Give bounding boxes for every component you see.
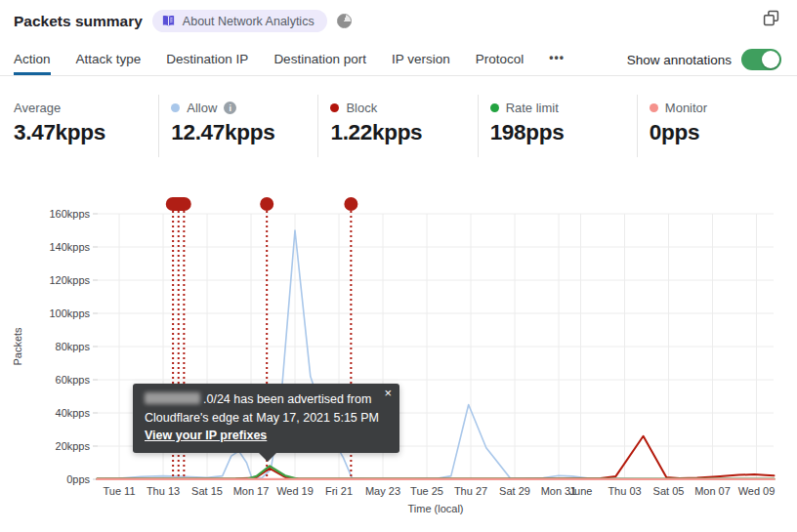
show-annotations-toggle[interactable] — [741, 49, 781, 70]
redacted-ip-prefix — [145, 392, 200, 404]
stat-label: Monitor — [665, 101, 707, 115]
pie-icon[interactable] — [337, 14, 352, 28]
svg-text:Sat 29: Sat 29 — [499, 485, 530, 497]
stat-value: 0pps — [650, 120, 797, 145]
tooltip-line-3: View your IP prefixes — [145, 427, 388, 445]
svg-text:Thu 13: Thu 13 — [147, 485, 180, 497]
chart-area: 0pps20kpps40kpps60kpps80kpps100kpps120kp… — [0, 190, 797, 532]
show-annotations-control: Show annotations — [627, 49, 781, 75]
toggle-knob — [762, 51, 779, 68]
stat-label: Block — [346, 101, 377, 115]
stat-value: 198pps — [490, 120, 637, 145]
svg-text:May 23: May 23 — [365, 485, 400, 497]
svg-text:Wed 19: Wed 19 — [276, 485, 314, 497]
tab-ip-version[interactable]: IP version — [392, 52, 450, 75]
tab-protocol[interactable]: Protocol — [476, 52, 524, 75]
stat-value: 12.47kpps — [171, 120, 317, 145]
book-icon — [161, 14, 176, 28]
stat-rate-limit: Rate limit198pps — [479, 95, 638, 157]
view-ip-prefixes-link[interactable]: View your IP prefixes — [145, 429, 267, 442]
packets-chart: 0pps20kpps40kpps60kpps80kpps100kpps120kp… — [0, 190, 797, 532]
svg-text:Wed 09: Wed 09 — [738, 485, 776, 497]
info-icon[interactable]: i — [224, 102, 236, 114]
tab-action[interactable]: Action — [14, 52, 51, 75]
svg-text:Time (local): Time (local) — [407, 503, 463, 514]
about-network-analytics-badge[interactable]: About Network Analytics — [152, 10, 327, 32]
about-badge-label: About Network Analytics — [183, 15, 315, 28]
stat-label: Rate limit — [506, 101, 559, 115]
tabs-more-icon[interactable]: ••• — [549, 51, 565, 75]
stat-monitor: Monitor0pps — [638, 95, 797, 157]
legend-dot — [171, 103, 180, 112]
stat-block: Block1.22kpps — [318, 95, 478, 157]
svg-text:Mon 07: Mon 07 — [694, 485, 731, 497]
copy-icon[interactable] — [763, 10, 779, 26]
tab-bar: ActionAttack typeDestination IPDestinati… — [0, 46, 797, 76]
annotation-marker[interactable] — [260, 197, 273, 211]
stats-row: Average3.47kppsAllowi12.47kppsBlock1.22k… — [0, 95, 797, 157]
annotation-marker[interactable] — [344, 197, 357, 211]
svg-text:Tue 11: Tue 11 — [103, 485, 135, 497]
tab-destination-ip[interactable]: Destination IP — [166, 52, 248, 75]
svg-text:0pps: 0pps — [66, 473, 90, 485]
svg-text:80kpps: 80kpps — [56, 341, 91, 352]
tab-attack-type[interactable]: Attack type — [76, 52, 142, 75]
svg-text:June: June — [569, 485, 593, 497]
annotation-tooltip: × .0/24 has been advertised from Cloudfl… — [133, 384, 399, 453]
header: Packets summary About Network Analytics — [14, 10, 754, 32]
tooltip-line-1: .0/24 has been advertised from — [145, 390, 388, 409]
svg-text:100kpps: 100kpps — [49, 307, 90, 319]
stat-value: 1.22kpps — [330, 120, 477, 145]
legend-dot — [650, 103, 658, 112]
stat-allow: Allowi12.47kpps — [159, 95, 318, 157]
svg-text:Mon 17: Mon 17 — [233, 485, 270, 497]
svg-text:Sat 15: Sat 15 — [191, 485, 223, 497]
svg-text:Thu 03: Thu 03 — [608, 485, 641, 497]
svg-text:40kpps: 40kpps — [56, 407, 91, 419]
svg-text:Sat 05: Sat 05 — [653, 485, 685, 497]
stat-value: 3.47kpps — [14, 120, 158, 145]
tooltip-close-icon[interactable]: × — [384, 387, 392, 400]
page-title: Packets summary — [14, 13, 143, 30]
svg-text:120kpps: 120kpps — [49, 274, 90, 286]
legend-dot — [490, 103, 499, 112]
svg-text:Fri 21: Fri 21 — [325, 485, 353, 497]
stat-label: Average — [14, 101, 61, 115]
legend-dot — [330, 103, 339, 112]
annotation-marker-cluster[interactable] — [166, 197, 191, 211]
stat-label: Allow — [187, 101, 217, 115]
tab-destination-port[interactable]: Destination port — [273, 52, 366, 75]
svg-text:Thu 27: Thu 27 — [454, 485, 487, 497]
svg-text:Packets: Packets — [12, 327, 23, 366]
svg-text:60kpps: 60kpps — [56, 374, 91, 386]
svg-text:160kpps: 160kpps — [49, 208, 90, 220]
svg-text:20kpps: 20kpps — [56, 440, 91, 452]
svg-text:140kpps: 140kpps — [49, 241, 90, 253]
svg-text:Tue 25: Tue 25 — [410, 485, 443, 497]
tooltip-line-2: Cloudflare's edge at May 17, 2021 5:15 P… — [145, 409, 388, 428]
show-annotations-label: Show annotations — [627, 53, 732, 67]
stat-average: Average3.47kpps — [0, 95, 159, 157]
tooltip-caret — [259, 453, 276, 465]
